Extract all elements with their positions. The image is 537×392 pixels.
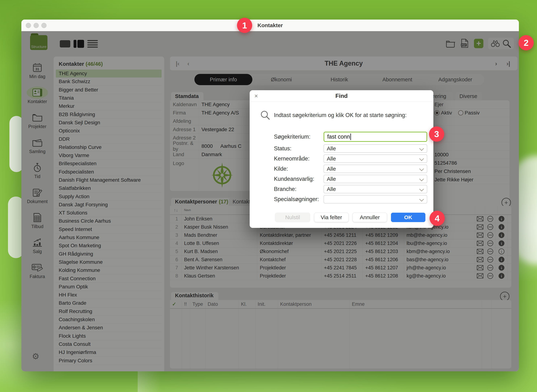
find-select-label: Specialsøgninger: (274, 196, 324, 202)
find-instruction: Indtast søgekriterium og klik OK for at … (274, 112, 406, 118)
chevron-down-icon (419, 156, 424, 161)
search-criterion-label: Søgekriterium: (274, 134, 324, 140)
find-select-label: Branche: (274, 186, 324, 192)
desktop: Kontakter Structure PDF + (0, 0, 537, 392)
chevron-down-icon (419, 187, 424, 191)
search-criterion-input[interactable]: fast conn (324, 132, 427, 142)
find-select-value: Alle (327, 156, 336, 162)
chevron-down-icon (419, 177, 424, 181)
find-dialog-header: × Find (250, 90, 433, 102)
find-dialog-buttons: NulstilVia felterAnnullerOK (250, 213, 433, 222)
annuller-button[interactable]: Annuller (353, 213, 387, 222)
chevron-down-icon (419, 197, 424, 201)
find-select-label: Status: (274, 145, 324, 152)
find-dialog-title: Find (250, 93, 433, 99)
close-icon[interactable]: × (254, 92, 258, 99)
find-select-label: Kerneområde: (274, 155, 324, 162)
chevron-down-icon (419, 146, 424, 151)
find-select-row: Branche:Alle (274, 185, 427, 193)
find-select-specialsøgninger[interactable] (324, 195, 427, 203)
find-select-value: Alle (327, 186, 336, 192)
find-select-row: Kilde:Alle (274, 165, 427, 173)
annotation-badge-4: 4 (430, 211, 445, 226)
find-dialog: × Find Indtast søgekriterium og klik OK … (250, 90, 433, 228)
find-select-kerneområde[interactable]: Alle (324, 154, 427, 163)
title-bar: Kontakter (21, 19, 519, 31)
search-icon (260, 110, 270, 120)
window-title: Kontakter (21, 22, 519, 28)
find-select-value: Alle (327, 166, 336, 172)
find-select-value: Alle (327, 176, 336, 182)
find-select-row: Kerneområde:Alle (274, 154, 427, 163)
find-select-row: Specialsøgninger: (274, 195, 427, 203)
search-criterion-value: fast conn (327, 134, 350, 140)
annotation-badge-2: 2 (518, 35, 534, 50)
find-select-branche[interactable]: Alle (324, 185, 427, 193)
find-select-status[interactable]: Alle (324, 144, 427, 153)
text-caret (350, 134, 351, 140)
background-shape (138, 369, 161, 392)
find-select-label: Kundeansvarlig: (274, 176, 324, 182)
find-select-kundeansvarlig[interactable]: Alle (324, 175, 427, 183)
find-select-row: Status:Alle (274, 144, 427, 153)
annotation-badge-1: 1 (237, 18, 252, 33)
find-select-kilde[interactable]: Alle (324, 165, 427, 173)
annotation-badge-3: 3 (429, 126, 444, 142)
find-select-value: Alle (327, 145, 336, 152)
nulstil-button: Nulstil (275, 213, 310, 222)
find-select-label: Kilde: (274, 166, 324, 172)
via-felter-button[interactable]: Via felter (314, 213, 349, 222)
find-select-row: Kundeansvarlig:Alle (274, 175, 427, 183)
ok-button[interactable]: OK (391, 213, 425, 222)
chevron-down-icon (419, 167, 424, 171)
